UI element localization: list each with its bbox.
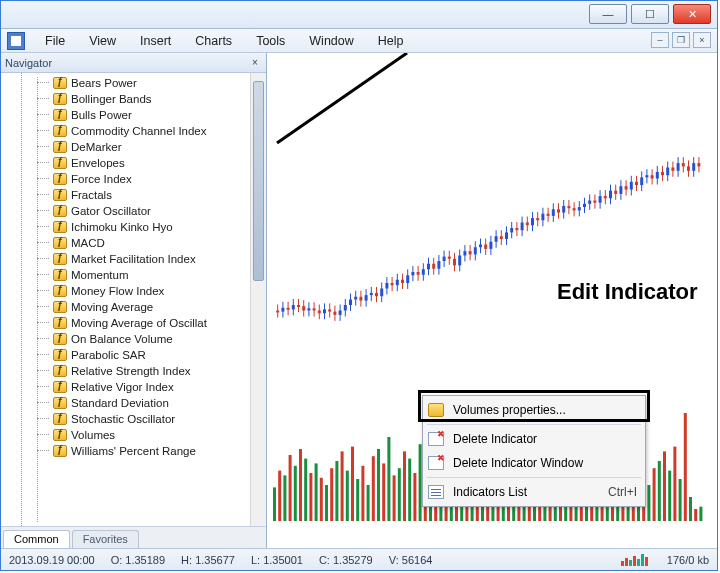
- svg-rect-174: [325, 485, 328, 521]
- scrollbar-thumb[interactable]: [253, 81, 264, 281]
- indicator-item[interactable]: Standard Deviation: [1, 395, 266, 411]
- mdi-restore-button[interactable]: ❐: [672, 32, 690, 48]
- indicator-item[interactable]: Parabolic SAR: [1, 347, 266, 363]
- tab-favorites[interactable]: Favorites: [72, 530, 139, 548]
- navigator-header[interactable]: Navigator ×: [1, 53, 266, 73]
- indicator-label: Volumes: [71, 429, 115, 441]
- indicator-item[interactable]: Commodity Channel Index: [1, 123, 266, 139]
- indicator-item[interactable]: Stochastic Oscillator: [1, 411, 266, 427]
- svg-rect-169: [299, 449, 302, 521]
- indicator-item[interactable]: Force Index: [1, 171, 266, 187]
- window-maximize-button[interactable]: ☐: [631, 4, 669, 24]
- indicator-item[interactable]: Relative Strength Index: [1, 363, 266, 379]
- window-minimize-button[interactable]: —: [589, 4, 627, 24]
- svg-rect-245: [694, 509, 697, 521]
- app-window: — ☐ ✕ File View Insert Charts Tools Wind…: [0, 0, 718, 571]
- indicator-icon: [53, 429, 67, 441]
- svg-rect-171: [309, 473, 312, 521]
- svg-rect-166: [283, 475, 286, 521]
- context-menu: Volumes properties... Delete Indicator D…: [422, 395, 646, 507]
- status-low: L: 1.35001: [251, 554, 303, 566]
- svg-rect-178: [346, 471, 349, 521]
- indicator-item[interactable]: Market Facilitation Index: [1, 251, 266, 267]
- indicator-label: Market Facilitation Index: [71, 253, 196, 265]
- indicator-label: MACD: [71, 237, 105, 249]
- indicator-item[interactable]: Volumes: [1, 427, 266, 443]
- svg-rect-185: [382, 463, 385, 521]
- indicator-item[interactable]: Fractals: [1, 187, 266, 203]
- indicator-label: Commodity Channel Index: [71, 125, 207, 137]
- indicator-item[interactable]: Williams' Percent Range: [1, 443, 266, 459]
- svg-rect-184: [377, 449, 380, 521]
- menu-view[interactable]: View: [77, 29, 128, 52]
- indicator-icon: [53, 301, 67, 313]
- status-datetime: 2013.09.19 00:00: [9, 554, 95, 566]
- indicator-icon: [53, 141, 67, 153]
- indicator-label: Relative Vigor Index: [71, 381, 174, 393]
- indicator-label: Parabolic SAR: [71, 349, 146, 361]
- indicator-item[interactable]: Envelopes: [1, 155, 266, 171]
- indicator-item[interactable]: On Balance Volume: [1, 331, 266, 347]
- navigator-tree[interactable]: Bears PowerBollinger BandsBulls PowerCom…: [1, 73, 266, 526]
- svg-rect-168: [294, 466, 297, 521]
- indicator-item[interactable]: Bears Power: [1, 75, 266, 91]
- indicator-label: Force Index: [71, 173, 132, 185]
- menu-file[interactable]: File: [33, 29, 77, 52]
- tab-common[interactable]: Common: [3, 530, 70, 548]
- ctx-delete-indicator[interactable]: Delete Indicator: [425, 427, 643, 451]
- ctx-volumes-properties[interactable]: Volumes properties...: [425, 398, 643, 422]
- svg-rect-240: [668, 471, 671, 521]
- ctx-separator: [427, 424, 641, 425]
- svg-rect-241: [673, 447, 676, 521]
- indicator-item[interactable]: Bollinger Bands: [1, 91, 266, 107]
- status-net: 176/0 kb: [667, 554, 709, 566]
- menu-window[interactable]: Window: [297, 29, 365, 52]
- indicator-item[interactable]: MACD: [1, 235, 266, 251]
- svg-rect-164: [273, 487, 276, 521]
- indicator-item[interactable]: Momentum: [1, 267, 266, 283]
- window-titlebar[interactable]: — ☐ ✕: [1, 1, 717, 29]
- menu-tools[interactable]: Tools: [244, 29, 297, 52]
- indicator-icon: [53, 125, 67, 137]
- navigator-scrollbar[interactable]: [250, 73, 266, 526]
- menu-help[interactable]: Help: [366, 29, 416, 52]
- menu-insert[interactable]: Insert: [128, 29, 183, 52]
- indicator-item[interactable]: Gator Oscillator: [1, 203, 266, 219]
- indicator-item[interactable]: Moving Average of Oscillat: [1, 315, 266, 331]
- ctx-indicators-list[interactable]: Indicators List Ctrl+I: [425, 480, 643, 504]
- svg-rect-177: [341, 451, 344, 521]
- status-close: C: 1.35279: [319, 554, 373, 566]
- indicator-item[interactable]: Money Flow Index: [1, 283, 266, 299]
- indicator-item[interactable]: Moving Average: [1, 299, 266, 315]
- svg-rect-237: [653, 468, 656, 521]
- chart-area[interactable]: Edit Indicator Volumes properties... Del…: [267, 53, 717, 548]
- navigator-title: Navigator: [5, 57, 52, 69]
- indicator-label: Fractals: [71, 189, 112, 201]
- navigator-close-icon[interactable]: ×: [248, 56, 262, 70]
- indicator-item[interactable]: Ichimoku Kinko Hyo: [1, 219, 266, 235]
- indicator-label: Money Flow Index: [71, 285, 164, 297]
- ctx-label: Delete Indicator: [453, 432, 537, 446]
- svg-rect-239: [663, 451, 666, 521]
- svg-rect-238: [658, 461, 661, 521]
- indicator-label: Moving Average: [71, 301, 153, 313]
- indicator-item[interactable]: DeMarker: [1, 139, 266, 155]
- svg-rect-236: [647, 485, 650, 521]
- indicator-item[interactable]: Relative Vigor Index: [1, 379, 266, 395]
- menu-charts[interactable]: Charts: [183, 29, 244, 52]
- indicator-icon: [53, 109, 67, 121]
- svg-rect-244: [689, 497, 692, 521]
- window-close-button[interactable]: ✕: [673, 4, 711, 24]
- indicator-label: Relative Strength Index: [71, 365, 191, 377]
- indicator-label: Bulls Power: [71, 109, 132, 121]
- indicator-label: Moving Average of Oscillat: [71, 317, 207, 329]
- indicator-item[interactable]: Bulls Power: [1, 107, 266, 123]
- indicator-icon: [53, 205, 67, 217]
- mdi-close-button[interactable]: ×: [693, 32, 711, 48]
- svg-rect-186: [387, 437, 390, 521]
- delete-indicator-icon: [428, 432, 444, 446]
- menu-bar: File View Insert Charts Tools Window Hel…: [1, 29, 717, 53]
- mdi-minimize-button[interactable]: –: [651, 32, 669, 48]
- ctx-delete-indicator-window[interactable]: Delete Indicator Window: [425, 451, 643, 475]
- indicator-label: Momentum: [71, 269, 129, 281]
